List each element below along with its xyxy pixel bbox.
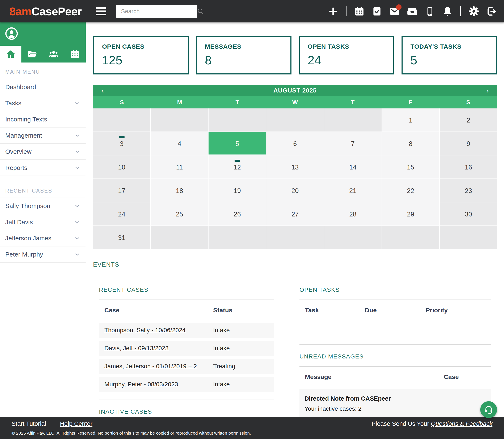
logout-icon[interactable] <box>486 6 497 17</box>
calendar-day-2[interactable]: 2 <box>440 109 497 132</box>
calendar-day-24[interactable]: 24 <box>93 202 150 225</box>
calendar-icon[interactable] <box>354 6 364 17</box>
calendar-prev-button[interactable]: ‹ <box>93 86 112 95</box>
case-link[interactable]: James, Jefferson - 01/01/2019 + 2 <box>104 363 213 370</box>
calendar-day-5[interactable]: 5 <box>208 132 266 155</box>
sidebar-item-dashboard[interactable]: Dashboard <box>0 79 86 95</box>
topbar-divider <box>346 6 347 16</box>
mobile-icon[interactable] <box>425 6 435 17</box>
event-marker-placeholder <box>292 136 298 138</box>
calendar-day-13[interactable]: 13 <box>266 155 323 179</box>
calendar-day-19[interactable]: 19 <box>208 179 266 202</box>
calendar-day-31[interactable]: 31 <box>93 226 150 249</box>
stat-card-open-tasks[interactable]: OPEN TASKS 24 <box>299 36 394 74</box>
sidebar-item-overview[interactable]: Overview <box>0 144 86 160</box>
notifications-bell-icon[interactable] <box>442 6 453 17</box>
calendar-day-26[interactable]: 26 <box>208 202 266 225</box>
settings-gear-icon[interactable] <box>468 6 479 17</box>
event-marker-placeholder <box>292 207 298 209</box>
stat-card-open-cases[interactable]: OPEN CASES 125 <box>93 36 189 74</box>
sidebar-recent-case-peter-murphy[interactable]: Peter Murphy <box>0 246 86 263</box>
day-number: 31 <box>118 234 125 242</box>
calendar-day-25[interactable]: 25 <box>151 202 208 225</box>
calendar-empty-cell <box>324 226 382 249</box>
calendar-day-16[interactable]: 16 <box>440 155 497 179</box>
calendar-day-28[interactable]: 28 <box>324 202 382 225</box>
topbar-divider <box>460 6 461 16</box>
chevron-down-icon <box>74 203 80 209</box>
feedback-link[interactable]: Questions & Feedback <box>431 420 492 427</box>
sidebar-menu: MAIN MENU DashboardTasksIncoming TextsMa… <box>0 62 86 263</box>
day-number: 7 <box>351 140 355 148</box>
calendar-day-11[interactable]: 11 <box>151 155 208 179</box>
calendar-day-8[interactable]: 8 <box>382 132 439 155</box>
calendar-day-12[interactable]: 12 <box>208 155 266 179</box>
calendar-day-23[interactable]: 23 <box>440 179 497 202</box>
recent-cases-label: RECENT CASES <box>0 182 86 198</box>
recent-case-row: Murphy, Peter - 08/03/2023Intake <box>99 377 274 392</box>
calendar-day-1[interactable]: 1 <box>382 109 439 132</box>
tab-cases[interactable] <box>21 46 43 62</box>
event-marker-placeholder <box>177 160 182 162</box>
day-number: 1 <box>409 117 413 124</box>
home-icon <box>6 49 15 59</box>
sidebar-item-tasks[interactable]: Tasks <box>0 95 86 111</box>
calendar-day-15[interactable]: 15 <box>382 155 439 179</box>
search-input[interactable] <box>121 8 197 15</box>
calendar-day-3[interactable]: 3 <box>93 132 150 155</box>
day-number: 20 <box>291 187 299 195</box>
calendar-day-21[interactable]: 21 <box>324 179 382 202</box>
day-number: 24 <box>118 211 125 218</box>
calendar-day-27[interactable]: 27 <box>266 202 323 225</box>
case-link[interactable]: Thompson, Sally - 10/06/2024 <box>104 327 213 334</box>
calendar-day-17[interactable]: 17 <box>93 179 150 202</box>
app-logo[interactable]: 8amCasePeer <box>10 5 81 18</box>
sidebar-item-label: Management <box>5 132 42 139</box>
calendar-day-29[interactable]: 29 <box>382 202 439 225</box>
day-number: 17 <box>118 187 125 195</box>
start-tutorial-link[interactable]: Start Tutorial <box>12 420 46 427</box>
add-icon[interactable] <box>328 6 338 17</box>
calendar-empty-cell <box>266 109 323 132</box>
calendar-day-18[interactable]: 18 <box>151 179 208 202</box>
stat-card-messages[interactable]: MESSAGES 8 <box>196 36 292 74</box>
column-header: Due <box>365 307 426 314</box>
calendar-day-4[interactable]: 4 <box>151 132 208 155</box>
sidebar-item-management[interactable]: Management <box>0 128 86 144</box>
calendar-day-30[interactable]: 30 <box>440 202 497 225</box>
calendar-day-20[interactable]: 20 <box>266 179 323 202</box>
sidebar-item-reports[interactable]: Reports <box>0 160 86 176</box>
day-number: 27 <box>291 211 299 218</box>
case-link[interactable]: Davis, Jeff - 09/13/2023 <box>104 345 213 352</box>
sidebar-recent-case-jefferson-james[interactable]: Jefferson James <box>0 230 86 246</box>
day-number: 9 <box>467 140 470 148</box>
messages-envelope-icon[interactable] <box>389 6 400 17</box>
menu-toggle-icon[interactable] <box>96 7 106 15</box>
tasks-check-icon[interactable] <box>372 6 382 17</box>
calendar-grid: 1234567891011121314151617181920212223242… <box>93 109 497 249</box>
calendar-day-7[interactable]: 7 <box>324 132 382 155</box>
sidebar-item-incoming-texts[interactable]: Incoming Texts <box>0 111 86 128</box>
global-search-box[interactable] <box>116 5 197 18</box>
tab-calendar[interactable] <box>64 46 86 62</box>
sidebar-recent-case-sally-thompson[interactable]: Sally Thompson <box>0 198 86 214</box>
calendar-day-22[interactable]: 22 <box>382 179 439 202</box>
calendar-day-9[interactable]: 9 <box>440 132 497 155</box>
calendar-day-10[interactable]: 10 <box>93 155 150 179</box>
calendar-empty-cell <box>208 109 266 132</box>
inbox-icon[interactable] <box>407 6 417 17</box>
calendar-day-6[interactable]: 6 <box>266 132 323 155</box>
weekday-label: M <box>151 96 208 109</box>
help-center-link[interactable]: Help Center <box>60 420 92 427</box>
stat-card-todays-tasks[interactable]: TODAY'S TASKS 5 <box>401 36 497 74</box>
sidebar-recent-case-jeff-davis[interactable]: Jeff Davis <box>0 214 86 230</box>
calendar-day-14[interactable]: 14 <box>324 155 382 179</box>
tab-home[interactable] <box>0 46 21 62</box>
tab-contacts[interactable] <box>43 46 64 62</box>
support-chat-button[interactable] <box>480 401 497 418</box>
case-link[interactable]: Murphy, Peter - 08/03/2023 <box>104 381 213 388</box>
left-column: RECENT CASES Case Status Thompson, Sally… <box>99 287 274 439</box>
user-avatar-icon[interactable] <box>5 27 18 40</box>
stat-label: OPEN TASKS <box>308 43 385 50</box>
calendar-next-button[interactable]: › <box>478 86 497 95</box>
